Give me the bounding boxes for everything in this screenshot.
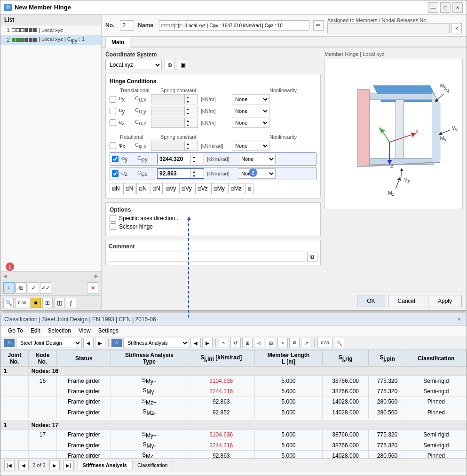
uy-nonlin[interactable]: None bbox=[232, 106, 269, 116]
ux-spin-up[interactable]: ▲ bbox=[185, 95, 191, 99]
menu-goto[interactable]: Go To bbox=[4, 326, 27, 335]
uz-spin-up[interactable]: ▲ bbox=[185, 118, 191, 123]
phiy-spin-down[interactable]: ▼ bbox=[191, 159, 197, 164]
ht-btn-4[interactable]: ⊟N bbox=[150, 183, 163, 194]
bp-design-select[interactable]: Steel Joint Design bbox=[16, 338, 82, 348]
bp-prev-btn-2[interactable]: ◀ bbox=[190, 338, 201, 348]
apply-button[interactable]: Apply bbox=[428, 295, 462, 307]
bp-next-btn[interactable]: ▶ bbox=[95, 338, 105, 348]
phiy-spin-up[interactable]: ▲ bbox=[191, 154, 197, 159]
bp-export-btn[interactable]: ↗ bbox=[301, 338, 311, 348]
comment-copy-button[interactable]: ⧉ bbox=[307, 252, 317, 262]
bp-x-btn[interactable]: × bbox=[277, 338, 288, 348]
ht-btn-9[interactable]: ⊟Mz bbox=[228, 183, 244, 194]
list-item[interactable]: 2 | Local xyz | Cφy : 1 bbox=[0, 35, 101, 45]
phix-spin-down[interactable]: ▼ bbox=[185, 146, 191, 151]
ht-btn-1[interactable]: ⊞N bbox=[110, 183, 122, 194]
uy-checkbox[interactable] bbox=[110, 108, 116, 114]
check-button[interactable]: ✓ bbox=[28, 282, 39, 294]
close-button[interactable]: × bbox=[452, 2, 463, 13]
bp-first-btn[interactable]: |◀ bbox=[4, 460, 15, 470]
bp-search-btn[interactable]: 🔍 bbox=[334, 338, 344, 348]
table-row[interactable]: Frame girder SMz+ 92.863 5.000 14028.000… bbox=[1, 451, 467, 458]
ht-btn-8[interactable]: ⊟My bbox=[211, 183, 227, 194]
bp-next-btn-2[interactable]: ▶ bbox=[202, 338, 213, 348]
ux-nonlin[interactable]: None bbox=[232, 94, 269, 104]
list-item[interactable]: 1 | Local xyz bbox=[0, 25, 101, 35]
name-input[interactable] bbox=[159, 20, 309, 31]
bp-node-btn[interactable]: ◎ bbox=[254, 338, 264, 348]
coord-select[interactable]: Local xyz Global XYZ bbox=[105, 60, 162, 70]
no-input[interactable] bbox=[120, 20, 134, 31]
phiz-spin-up[interactable]: ▲ bbox=[191, 169, 197, 174]
table-row[interactable]: 17 Frame girder SMy+ 3104.636 5.000 3876… bbox=[1, 429, 467, 440]
phiy-checkbox[interactable] bbox=[112, 156, 119, 162]
maximize-button[interactable]: □ bbox=[440, 2, 451, 13]
assigned-input[interactable] bbox=[327, 23, 450, 33]
bp-tab-stiffness[interactable]: Stiffness Analysis bbox=[78, 461, 132, 469]
phix-input[interactable] bbox=[151, 141, 184, 151]
uy-spin-down[interactable]: ▼ bbox=[185, 111, 191, 116]
bp-prev-btn[interactable]: ◀ bbox=[83, 338, 94, 348]
table-row[interactable]: Frame girder SMz- 92.852 5.000 14028.000… bbox=[1, 407, 467, 418]
phiz-checkbox[interactable] bbox=[112, 170, 119, 177]
color-btn[interactable]: ■ bbox=[31, 298, 41, 308]
add-button[interactable]: + bbox=[3, 282, 15, 294]
menu-selection[interactable]: Selection bbox=[44, 326, 75, 335]
menu-view[interactable]: View bbox=[75, 326, 95, 335]
bp-cursor-btn[interactable]: ↖ bbox=[219, 338, 229, 348]
bp-prev-page-btn[interactable]: ◀ bbox=[18, 460, 29, 470]
ux-input[interactable] bbox=[151, 95, 184, 104]
phix-spin-up[interactable]: ▲ bbox=[185, 141, 191, 146]
uz-checkbox[interactable] bbox=[110, 119, 116, 126]
coord-btn-1[interactable]: ⊕ bbox=[165, 60, 175, 70]
ht-btn-10[interactable]: ⊠ bbox=[245, 183, 253, 194]
ht-btn-3[interactable]: ⊟N bbox=[136, 183, 149, 194]
uz-nonlin[interactable]: None bbox=[232, 118, 269, 128]
ht-btn-6[interactable]: ⊟Vy bbox=[179, 183, 194, 194]
table-row[interactable]: 16 Frame girder SMy+ 3104.636 5.000 3876… bbox=[1, 376, 467, 386]
tab-main[interactable]: Main bbox=[105, 37, 130, 48]
bp-tab-classification[interactable]: Classification bbox=[132, 461, 173, 469]
view-btn[interactable]: ◫ bbox=[54, 298, 64, 308]
phix-nonlin[interactable]: None bbox=[232, 141, 269, 151]
bp-design-icon[interactable]: S bbox=[4, 339, 15, 347]
bp-copy-btn[interactable]: ⧉ bbox=[289, 338, 300, 348]
minimize-button[interactable]: — bbox=[428, 2, 438, 13]
bp-close-button[interactable]: × bbox=[455, 316, 463, 323]
check-all-button[interactable]: ✓✓ bbox=[40, 282, 51, 294]
uy-spin-up[interactable]: ▲ bbox=[185, 106, 191, 111]
phix-checkbox[interactable] bbox=[110, 143, 116, 149]
bp-coord-btn[interactable]: 0.00 bbox=[317, 338, 332, 348]
zoom-btn[interactable]: 🔍 bbox=[3, 298, 14, 308]
coord-btn[interactable]: 0.00 bbox=[15, 298, 29, 308]
phiy-nonlin[interactable]: None bbox=[238, 154, 276, 164]
scissor-hinge-checkbox[interactable] bbox=[110, 223, 116, 230]
bp-table-btn[interactable]: ⊟ bbox=[266, 338, 276, 348]
coord-btn-2[interactable]: ▣ bbox=[178, 60, 188, 70]
cancel-button[interactable]: Cancel bbox=[388, 295, 425, 307]
bp-refresh-btn[interactable]: ↺ bbox=[230, 338, 241, 348]
bp-design-icon-2[interactable]: S bbox=[111, 339, 122, 347]
bp-analysis-select[interactable]: Stiffness Analysis bbox=[123, 338, 189, 348]
ok-button[interactable]: OK bbox=[357, 295, 385, 307]
specific-axes-checkbox[interactable] bbox=[110, 215, 116, 222]
table-row[interactable]: Frame girder SMz+ 92.863 5.000 14028.000… bbox=[1, 397, 467, 407]
ht-btn-2[interactable]: ⊟N bbox=[123, 183, 136, 194]
ux-spin-down[interactable]: ▼ bbox=[185, 99, 191, 104]
bp-last-btn[interactable]: ▶| bbox=[63, 460, 74, 470]
edit-name-button[interactable]: ✏ bbox=[313, 20, 324, 31]
phiz-input[interactable] bbox=[158, 169, 190, 178]
phiy-input[interactable] bbox=[158, 154, 190, 164]
table-row[interactable]: Frame girder SMy- 3244.316 5.000 38766.0… bbox=[1, 386, 467, 397]
ht-btn-7[interactable]: ⊟Vz bbox=[195, 183, 210, 194]
copy-button[interactable]: ⧉ bbox=[16, 282, 27, 294]
comment-input[interactable] bbox=[109, 252, 305, 262]
phiz-spin-down[interactable]: ▼ bbox=[191, 174, 197, 178]
uy-input[interactable] bbox=[151, 106, 184, 116]
assigned-action-button[interactable]: × bbox=[451, 23, 462, 33]
delete-button[interactable]: ✕ bbox=[87, 282, 98, 294]
ux-checkbox[interactable] bbox=[110, 96, 116, 103]
bp-next-page-btn[interactable]: ▶ bbox=[49, 460, 60, 470]
uz-spin-down[interactable]: ▼ bbox=[185, 123, 191, 127]
